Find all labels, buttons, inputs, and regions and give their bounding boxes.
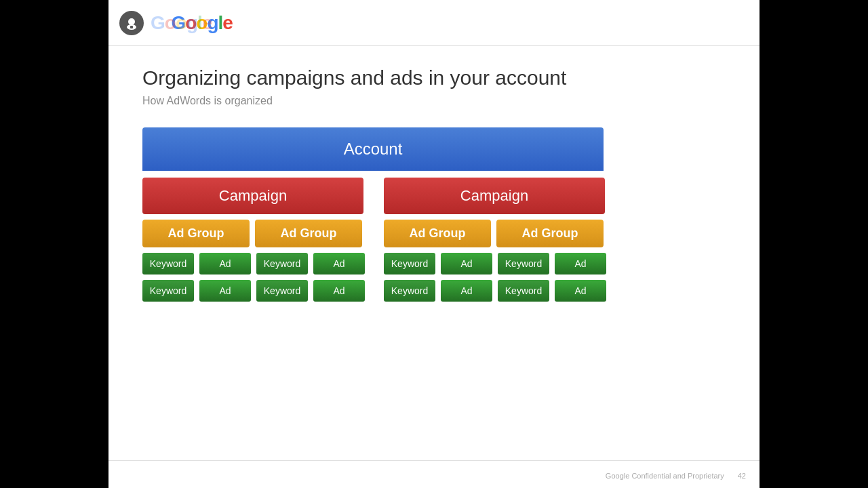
ad-group-bar-1: Ad Group bbox=[142, 220, 250, 247]
confidential-text: Google Confidential and Proprietary bbox=[606, 472, 724, 480]
ad-box: Ad bbox=[441, 253, 492, 274]
ad-box: Ad bbox=[313, 253, 365, 274]
keyword-box: Keyword bbox=[498, 253, 549, 274]
keyword-box: Keyword bbox=[256, 253, 308, 274]
ad-groups-row-left: Ad Group Ad Group bbox=[142, 220, 365, 247]
account-bar: Account bbox=[142, 127, 604, 171]
keyword-box: Keyword bbox=[142, 280, 194, 302]
ad-box: Ad bbox=[555, 253, 606, 274]
kw-ads-row-right-2: Keyword Ad Keyword Ad bbox=[384, 280, 606, 302]
page-number: 42 bbox=[738, 472, 746, 480]
kw-ads-row-right-1: Keyword Ad Keyword Ad bbox=[384, 253, 606, 274]
google-logo-faded: Google bbox=[151, 12, 212, 34]
campaign-block-left: Campaign Ad Group Ad Group Keyword Ad Ke… bbox=[142, 178, 365, 302]
slide-subtitle: How AdWords is organized bbox=[142, 95, 726, 107]
ad-box: Ad bbox=[199, 280, 251, 302]
svg-rect-2 bbox=[130, 26, 133, 28]
ad-box: Ad bbox=[555, 280, 606, 302]
ad-group-bar-2: Ad Group bbox=[255, 220, 362, 247]
slide-title: Organizing campaigns and ads in your acc… bbox=[142, 66, 726, 89]
keyword-box: Keyword bbox=[142, 253, 194, 274]
keyword-box: Keyword bbox=[498, 280, 549, 302]
top-bar: Google Google bbox=[108, 0, 760, 46]
keyword-box: Keyword bbox=[384, 253, 435, 274]
slide-container: Google Google Organizing campaigns and a… bbox=[108, 0, 760, 488]
campaign-block-right: Campaign Ad Group Ad Group Keyword Ad Ke… bbox=[384, 178, 606, 302]
campaign-bar-left: Campaign bbox=[142, 178, 363, 214]
diagram: Account Campaign Ad Group Ad Group Keywo… bbox=[142, 127, 604, 302]
hangout-icon bbox=[119, 11, 144, 35]
ad-box: Ad bbox=[441, 280, 492, 302]
keyword-box: Keyword bbox=[384, 280, 435, 302]
footer-divider bbox=[108, 460, 760, 461]
ad-group-bar-3: Ad Group bbox=[384, 220, 491, 247]
ad-group-bar-4: Ad Group bbox=[496, 220, 604, 247]
svg-point-0 bbox=[128, 18, 135, 25]
slide-content: Organizing campaigns and ads in your acc… bbox=[108, 46, 760, 488]
ad-box: Ad bbox=[199, 253, 251, 274]
ad-box: Ad bbox=[313, 280, 365, 302]
ad-groups-row-right: Ad Group Ad Group bbox=[384, 220, 606, 247]
campaigns-row: Campaign Ad Group Ad Group Keyword Ad Ke… bbox=[142, 178, 604, 302]
slide-footer: Google Confidential and Proprietary 42 bbox=[606, 472, 746, 480]
campaign-bar-right: Campaign bbox=[384, 178, 605, 214]
kw-ads-row-left-1: Keyword Ad Keyword Ad bbox=[142, 253, 365, 274]
keyword-box: Keyword bbox=[256, 280, 308, 302]
kw-ads-row-left-2: Keyword Ad Keyword Ad bbox=[142, 280, 365, 302]
